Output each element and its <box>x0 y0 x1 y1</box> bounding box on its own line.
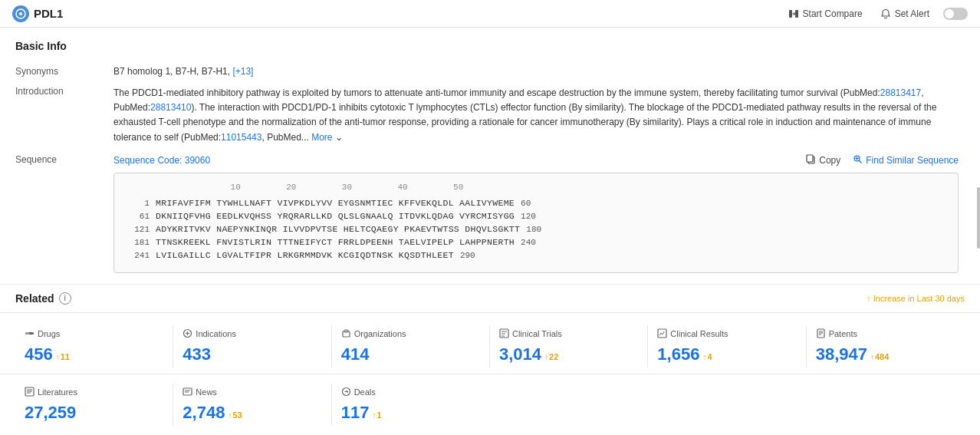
seq-end-2: 120 <box>521 212 536 221</box>
deals-label: Deals <box>341 387 481 398</box>
copy-button[interactable]: Copy <box>806 154 840 166</box>
indication-icon <box>183 328 192 340</box>
stat-patents[interactable]: Patents 38,947 ↑ 484 <box>807 325 965 367</box>
introduction-row: Introduction The PDCD1-mediated inhibito… <box>15 81 965 150</box>
find-similar-label: Find Similar Sequence <box>866 155 959 166</box>
expand-icon: ⌄ <box>335 132 343 143</box>
stat-indications[interactable]: Indications 433 <box>173 325 331 367</box>
drugs-value: 456 ↑ 11 <box>25 344 163 364</box>
news-up-arrow: ↑ <box>228 411 232 420</box>
stats-grid-row2: Literatures 27,259 News 2,748 ↑ 53 <box>0 374 980 432</box>
seq-num-4: 181 <box>127 238 150 247</box>
result-icon <box>657 328 667 340</box>
patents-label: Patents <box>816 328 955 340</box>
seq-row-2: 61 DKNIIQFVHG EEDLKVQHSS YRQRARLLKD QLSL… <box>127 211 945 221</box>
indications-value: 433 <box>183 344 321 364</box>
svg-rect-13 <box>658 329 666 338</box>
organizations-number: 414 <box>341 344 370 364</box>
seq-row-4: 181 TTNSKREEKL FNVISTLRIN TTTNEIFYCT FRR… <box>127 237 945 247</box>
clinical-trials-increase: ↑ 22 <box>544 352 558 361</box>
related-title: Related i <box>15 292 71 305</box>
pubmed1-link[interactable]: 28813417 <box>880 87 921 98</box>
related-info-icon[interactable]: i <box>59 292 71 305</box>
set-alert-button[interactable]: Set Alert <box>876 6 932 21</box>
seq-row-1: 1 MRIFAVFIFM TYWHLLNAFT VIVPKDLYVV EYGSN… <box>127 198 945 208</box>
literatures-label: Literatures <box>25 387 163 398</box>
seq-data-1: MRIFAVFIFM TYWHLLNAFT VIVPKDLYVV EYGSNMT… <box>156 198 515 208</box>
organizations-value: 414 <box>341 344 480 364</box>
find-similar-icon <box>853 154 863 166</box>
stat-news[interactable]: News 2,748 ↑ 53 <box>173 384 331 426</box>
trials-up-arrow: ↑ <box>544 353 548 361</box>
main-content: Basic Info Synonyms B7 homolog 1, B7-H, … <box>0 28 980 435</box>
literatures-value: 27,259 <box>25 403 163 423</box>
pubmed2-link[interactable]: 28813410 <box>150 102 191 113</box>
sequence-label: Sequence <box>15 150 107 278</box>
alert-toggle[interactable] <box>943 8 968 20</box>
svg-rect-3 <box>795 10 798 18</box>
header-actions: Start Compare Set Alert <box>784 6 968 21</box>
seq-num-1: 1 <box>127 199 150 208</box>
news-value: 2,748 ↑ 53 <box>183 403 321 423</box>
patents-value: 38,947 ↑ 484 <box>816 344 955 364</box>
more-link[interactable]: More <box>311 132 332 143</box>
news-number: 2,748 <box>183 403 225 423</box>
increase-arrow-icon: ↑ <box>867 294 871 303</box>
sequence-header: Sequence Code: 39060 Copy Fi <box>113 154 959 166</box>
introduction-label: Introduction <box>15 81 107 150</box>
related-label: Related <box>15 292 54 305</box>
deals-up-arrow: ↑ <box>372 411 376 420</box>
scrollbar[interactable] <box>977 187 980 249</box>
org-icon <box>341 328 351 340</box>
toggle-knob <box>945 9 954 18</box>
clinical-results-value: 1,656 ↑ 4 <box>657 344 796 364</box>
news-increase-num: 53 <box>232 410 242 420</box>
start-compare-button[interactable]: Start Compare <box>784 6 866 21</box>
header: PDL1 Start Compare Set Alert <box>0 0 980 28</box>
sequence-row: Sequence Sequence Code: 39060 Copy <box>15 150 965 278</box>
stat-drugs[interactable]: Drugs 456 ↑ 11 <box>15 325 173 367</box>
patents-increase: ↑ 484 <box>870 352 889 361</box>
news-text: News <box>196 387 217 397</box>
results-up-arrow: ↑ <box>702 353 706 361</box>
drugs-number: 456 <box>25 344 53 364</box>
drugs-increase-num: 11 <box>61 352 70 361</box>
sequence-ruler: 10 20 30 40 50 <box>127 183 945 192</box>
deals-increase: ↑ 1 <box>372 410 381 420</box>
literatures-text: Literatures <box>38 387 77 397</box>
stat-clinical-results[interactable]: Clinical Results 1,656 ↑ 4 <box>648 325 806 367</box>
set-alert-label: Set Alert <box>895 8 929 19</box>
deal-icon <box>341 387 351 398</box>
stat-clinical-trials[interactable]: Clinical Trials 3,014 ↑ 22 <box>490 325 648 367</box>
news-increase: ↑ 53 <box>228 410 242 420</box>
indications-number: 433 <box>183 344 211 364</box>
patents-increase-num: 484 <box>875 352 889 361</box>
basic-info-title: Basic Info <box>15 40 965 52</box>
increase-label: ↑ Increase in Last 30 days <box>867 294 965 303</box>
trial-icon <box>499 328 509 340</box>
synonyms-text: B7 homolog 1, B7-H, B7-H1, <box>113 66 230 77</box>
organizations-label: Organizations <box>341 328 480 340</box>
bell-icon <box>880 8 892 20</box>
seq-num-5: 241 <box>127 251 150 260</box>
stat-literatures[interactable]: Literatures 27,259 <box>15 384 173 426</box>
drugs-up-arrow: ↑ <box>56 353 60 361</box>
drugs-increase: ↑ 11 <box>56 352 70 361</box>
seq-num-3: 121 <box>127 225 150 234</box>
sequence-code-link[interactable]: Sequence Code: 39060 <box>113 155 210 166</box>
pubmed3-link[interactable]: 11015443 <box>221 132 261 143</box>
sequence-value: Sequence Code: 39060 Copy Fi <box>107 150 965 278</box>
copy-icon <box>806 154 816 166</box>
synonyms-more-link[interactable]: [+13] <box>232 66 253 77</box>
clinical-results-number: 1,656 <box>657 344 699 364</box>
synonyms-value: B7 homolog 1, B7-H, B7-H1, [+13] <box>107 61 965 81</box>
seq-data-3: ADYKRITVKV NAEPYNKINQR ILVVDPVTSE HELTCQ… <box>156 224 520 234</box>
stat-organizations[interactable]: Organizations 414 <box>332 325 490 367</box>
sequence-box: 10 20 30 40 50 1 MRIFAVFIFM TYWHLLNAFT V… <box>113 173 959 273</box>
stat-deals[interactable]: Deals 117 ↑ 1 <box>332 384 490 426</box>
find-similar-button[interactable]: Find Similar Sequence <box>853 154 959 166</box>
synonyms-label: Synonyms <box>15 61 107 81</box>
patents-text: Patents <box>829 329 857 338</box>
patents-number: 38,947 <box>816 344 867 364</box>
seq-row-3: 121 ADYKRITVKV NAEPYNKINQR ILVVDPVTSE HE… <box>127 224 945 234</box>
